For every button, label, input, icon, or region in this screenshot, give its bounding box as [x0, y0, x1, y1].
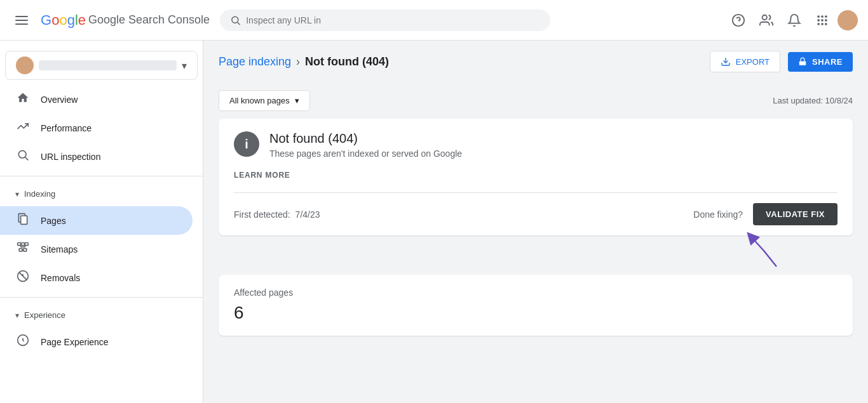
help-button[interactable] — [726, 8, 751, 33]
svg-rect-21 — [19, 249, 22, 251]
info-text: Not found (404) These pages aren't index… — [269, 131, 837, 159]
svg-rect-19 — [22, 243, 25, 246]
filter-bar: All known pages ▾ Last updated: 10/8/24 — [203, 83, 868, 119]
removals-label: Removals — [41, 273, 80, 283]
content-area: Page indexing › Not found (404) EXPORT S… — [203, 41, 868, 403]
pages-label: Pages — [41, 216, 66, 226]
notifications-button[interactable] — [782, 8, 807, 33]
experience-section-label: Experience — [24, 310, 65, 320]
arrow-annotation — [738, 232, 789, 270]
help-icon — [731, 13, 745, 27]
svg-rect-9 — [821, 19, 823, 21]
svg-rect-8 — [818, 19, 820, 21]
share-button[interactable]: SHARE — [788, 52, 853, 72]
home-icon — [15, 91, 31, 107]
trending-icon — [15, 120, 31, 136]
sidebar-divider-2 — [0, 297, 203, 298]
chevron-down-icon: ▾ — [182, 60, 187, 72]
svg-rect-18 — [18, 243, 21, 246]
sidebar-item-performance[interactable]: Performance — [0, 114, 193, 142]
magnify-icon — [15, 149, 31, 164]
share-label: SHARE — [812, 57, 843, 67]
filter-label: All known pages — [229, 96, 290, 105]
sidebar-item-page-experience[interactable]: Page Experience — [0, 327, 193, 356]
info-badge-icon: i — [234, 131, 259, 157]
page-experience-icon — [15, 334, 31, 350]
cards-container: i Not found (404) These pages aren't ind… — [203, 119, 868, 351]
sidebar-divider-1 — [0, 176, 203, 176]
svg-rect-5 — [818, 15, 820, 17]
top-navigation: Google Google Search Console — [0, 0, 868, 41]
app-title: Google Search Console — [88, 13, 210, 27]
svg-rect-10 — [825, 19, 827, 21]
sidebar-item-pages[interactable]: Pages — [0, 206, 193, 235]
affected-pages-card: Affected pages 6 — [219, 275, 853, 336]
svg-rect-12 — [821, 23, 823, 25]
property-name — [39, 60, 177, 70]
svg-rect-11 — [818, 23, 820, 25]
detection-label: First detected: — [234, 209, 290, 220]
topnav-icons — [726, 8, 858, 33]
experience-arrow-icon: ▾ — [15, 311, 19, 320]
grid-icon — [816, 14, 829, 27]
account-settings-button[interactable] — [754, 8, 779, 33]
hamburger-menu[interactable] — [10, 11, 33, 30]
search-bar[interactable] — [220, 10, 550, 31]
page-header: Page indexing › Not found (404) EXPORT S… — [203, 41, 868, 83]
svg-rect-22 — [24, 249, 27, 251]
indexing-section-label: Indexing — [24, 189, 55, 199]
nav-left: Google Google Search Console — [10, 11, 210, 30]
sitemaps-icon — [15, 241, 31, 257]
learn-more-link[interactable]: LEARN MORE — [234, 171, 290, 180]
export-label: EXPORT — [736, 57, 770, 67]
section-arrow-icon: ▾ — [15, 190, 19, 199]
breadcrumb-link[interactable]: Page indexing — [219, 55, 291, 69]
breadcrumb-current: Not found (404) — [305, 55, 389, 69]
breadcrumb: Page indexing › Not found (404) — [219, 55, 389, 69]
lock-icon — [798, 57, 807, 66]
experience-section-header[interactable]: ▾ Experience — [0, 303, 203, 327]
page-experience-label: Page Experience — [41, 337, 109, 347]
sidebar: ▾ Overview Performance URL inspection ▾ … — [0, 41, 203, 403]
sidebar-item-url-inspection[interactable]: URL inspection — [0, 142, 193, 171]
apps-button[interactable] — [810, 8, 835, 33]
svg-rect-7 — [825, 15, 827, 17]
avatar[interactable] — [837, 10, 858, 30]
done-fixing-label: Done fixing? — [693, 209, 743, 220]
sidebar-item-overview[interactable]: Overview — [0, 85, 193, 114]
performance-label: Performance — [41, 123, 92, 133]
download-icon — [721, 56, 731, 67]
google-logo: Google Google Search Console — [41, 12, 210, 29]
detection-date: 7/4/23 — [293, 209, 320, 220]
property-avatar — [16, 56, 34, 74]
svg-point-14 — [18, 150, 26, 158]
export-button[interactable]: EXPORT — [710, 51, 780, 72]
main-layout: ▾ Overview Performance URL inspection ▾ … — [0, 41, 868, 403]
header-actions: EXPORT SHARE — [710, 51, 853, 72]
filter-button[interactable]: All known pages ▾ — [219, 90, 310, 111]
sidebar-item-sitemaps[interactable]: Sitemaps — [0, 235, 193, 263]
arrow-annotation-area — [219, 237, 853, 272]
info-description: These pages aren't indexed or served on … — [269, 149, 837, 159]
pages-icon — [15, 213, 31, 228]
svg-line-15 — [25, 157, 29, 161]
bell-icon — [787, 13, 801, 27]
people-icon — [759, 13, 773, 27]
filter-chevron-icon: ▾ — [295, 96, 299, 105]
validate-fix-button[interactable]: VALIDATE FIX — [753, 203, 837, 225]
svg-rect-13 — [825, 23, 827, 25]
search-icon — [230, 15, 241, 26]
property-selector[interactable]: ▾ — [5, 51, 198, 80]
breadcrumb-separator: › — [296, 55, 300, 69]
affected-pages-count: 6 — [234, 303, 837, 323]
search-input[interactable] — [246, 15, 540, 25]
svg-point-4 — [763, 15, 767, 19]
svg-rect-20 — [25, 243, 28, 246]
svg-point-0 — [232, 17, 238, 23]
removals-icon — [15, 270, 31, 286]
detection-row: First detected: 7/4/23 Done fixing? VALI… — [219, 193, 853, 235]
affected-pages-label: Affected pages — [234, 287, 837, 298]
indexing-section-header[interactable]: ▾ Indexing — [0, 182, 203, 206]
overview-label: Overview — [41, 95, 78, 105]
sidebar-item-removals[interactable]: Removals — [0, 263, 193, 292]
